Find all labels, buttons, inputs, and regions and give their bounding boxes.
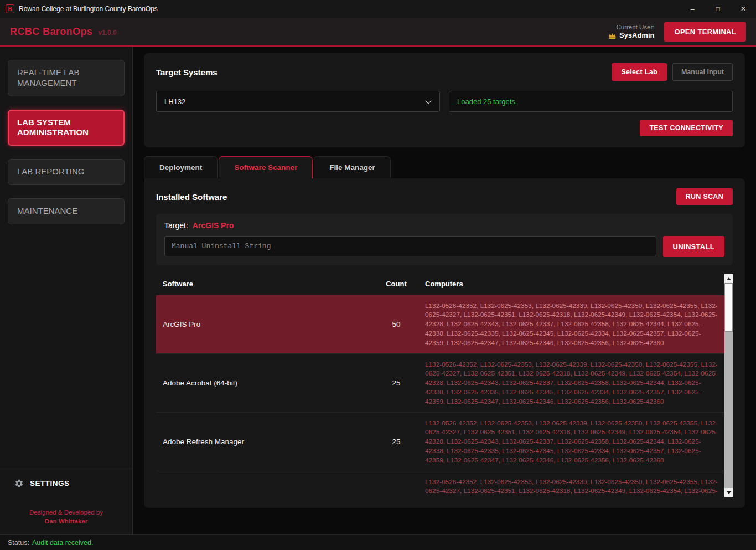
tab-bar: Deployment Software Scanner File Manager: [144, 156, 745, 178]
sidebar-bottom: SETTINGS Designed & Developed by Dan Whi…: [0, 469, 132, 534]
column-header-computers: Computers: [413, 280, 724, 288]
app-brand: RCBC BaronOps: [10, 26, 92, 38]
scroll-down-icon[interactable]: [724, 488, 733, 497]
status-bar: Status: Audit data received.: [0, 534, 756, 550]
table-row[interactable]: Adobe Refresh Manager 25 L132-0526-42352…: [156, 413, 724, 471]
software-table: Software Count Computers ArcGIS Pro 50 L…: [156, 274, 733, 497]
test-connectivity-button[interactable]: TEST CONNECTIVITY: [640, 120, 733, 136]
scroll-up-icon[interactable]: [724, 274, 733, 283]
software-count: 50: [380, 320, 413, 328]
maximize-button[interactable]: □: [705, 0, 731, 18]
open-terminal-button[interactable]: OPEN TERMINAL: [664, 22, 746, 42]
lab-select-dropdown[interactable]: LH132: [156, 91, 440, 112]
window-title: Rowan College at Burlington County Baron…: [19, 5, 158, 13]
window-controls: – □ ×: [680, 0, 756, 18]
software-count: 25: [380, 438, 413, 446]
select-lab-button[interactable]: Select Lab: [612, 63, 667, 81]
sidebar: REAL-TIME LAB MANAGEMENT LAB SYSTEM ADMI…: [0, 47, 133, 534]
current-user-label: Current User:: [608, 23, 655, 31]
table-row[interactable]: Adobe Acrobat (64-bit) 25 L132-0526-4235…: [156, 354, 724, 413]
settings-label: SETTINGS: [30, 479, 70, 487]
tab-file-manager[interactable]: File Manager: [314, 156, 391, 178]
brand-block: RCBC BaronOps v1.0.0: [10, 26, 117, 38]
tab-software-scanner[interactable]: Software Scanner: [219, 156, 313, 178]
load-status-box: Loaded 25 targets.: [449, 91, 733, 112]
target-value: ArcGIS Pro: [193, 221, 234, 230]
software-computers: L132-0526-42352, L132-0625-42353, L132-0…: [413, 296, 724, 353]
target-systems-panel: Target Systems Select Lab Manual Input L…: [144, 53, 745, 147]
table-row[interactable]: ArcGIS Pro 50 L132-0526-42352, L132-0625…: [156, 295, 724, 354]
software-name: ArcGIS Pro: [163, 320, 380, 328]
scrollbar-thumb[interactable]: [724, 283, 733, 332]
table-body: ArcGIS Pro 50 L132-0526-42352, L132-0625…: [156, 295, 724, 497]
software-name: Adobe Refresh Manager: [163, 438, 380, 446]
window-titlebar[interactable]: B Rowan College at Burlington County Bar…: [0, 0, 756, 18]
gear-icon: [14, 479, 24, 488]
status-label: Status:: [8, 539, 29, 547]
chevron-down-icon: [425, 97, 431, 104]
app-version: v1.0.0: [98, 29, 116, 37]
lab-select-value: LH132: [164, 97, 185, 106]
scrollbar-track[interactable]: [724, 283, 733, 488]
table-scrollbar[interactable]: [724, 274, 733, 497]
app-icon: B: [6, 4, 14, 13]
manual-input-button[interactable]: Manual Input: [672, 63, 733, 81]
uninstall-button[interactable]: UNINSTALL: [663, 236, 724, 257]
table-row[interactable]: L132-0526-42352, L132-0625-42353, L132-0…: [156, 471, 724, 497]
software-computers: L132-0526-42352, L132-0625-42353, L132-0…: [413, 472, 724, 497]
sidebar-item-realtime-lab-management[interactable]: REAL-TIME LAB MANAGEMENT: [8, 60, 125, 96]
column-header-count: Count: [380, 280, 413, 288]
main-content: Target Systems Select Lab Manual Input L…: [133, 47, 756, 534]
sidebar-item-lab-system-administration[interactable]: LAB SYSTEM ADMINISTRATION: [8, 110, 125, 146]
uninstall-target-box: Target: ArcGIS Pro UNINSTALL: [156, 214, 733, 265]
manual-uninstall-input[interactable]: [164, 236, 656, 256]
installed-software-title: Installed Software: [156, 192, 227, 202]
software-count: 25: [380, 379, 413, 387]
tab-deployment[interactable]: Deployment: [144, 156, 218, 178]
target-label: Target:: [164, 221, 188, 230]
sidebar-item-lab-reporting[interactable]: LAB REPORTING: [8, 159, 125, 185]
run-scan-button[interactable]: RUN SCAN: [676, 188, 733, 205]
settings-button[interactable]: SETTINGS: [0, 469, 132, 494]
column-header-software: Software: [163, 280, 380, 288]
target-systems-title: Target Systems: [156, 68, 218, 77]
sidebar-item-maintenance[interactable]: MAINTENANCE: [8, 198, 125, 224]
credits-developer: Dan Whittaker: [6, 517, 127, 526]
app-header: RCBC BaronOps v1.0.0 Current User: SysAd…: [0, 18, 756, 47]
credits: Designed & Developed by Dan Whittaker: [0, 494, 132, 534]
current-user-name: SysAdmin: [619, 31, 655, 40]
crown-icon: [608, 32, 617, 39]
software-scanner-panel: Installed Software RUN SCAN Target: ArcG…: [144, 178, 745, 508]
close-button[interactable]: ×: [731, 0, 756, 18]
software-computers: L132-0526-42352, L132-0625-42353, L132-0…: [413, 354, 724, 412]
table-header: Software Count Computers: [156, 274, 724, 295]
software-computers: L132-0526-42352, L132-0625-42353, L132-0…: [413, 413, 724, 471]
status-value: Audit data received.: [32, 539, 94, 547]
credits-line1: Designed & Developed by: [6, 508, 127, 517]
current-user-block: Current User: SysAdmin: [608, 23, 655, 40]
software-name: Adobe Acrobat (64-bit): [163, 379, 380, 387]
minimize-button[interactable]: –: [680, 0, 705, 18]
